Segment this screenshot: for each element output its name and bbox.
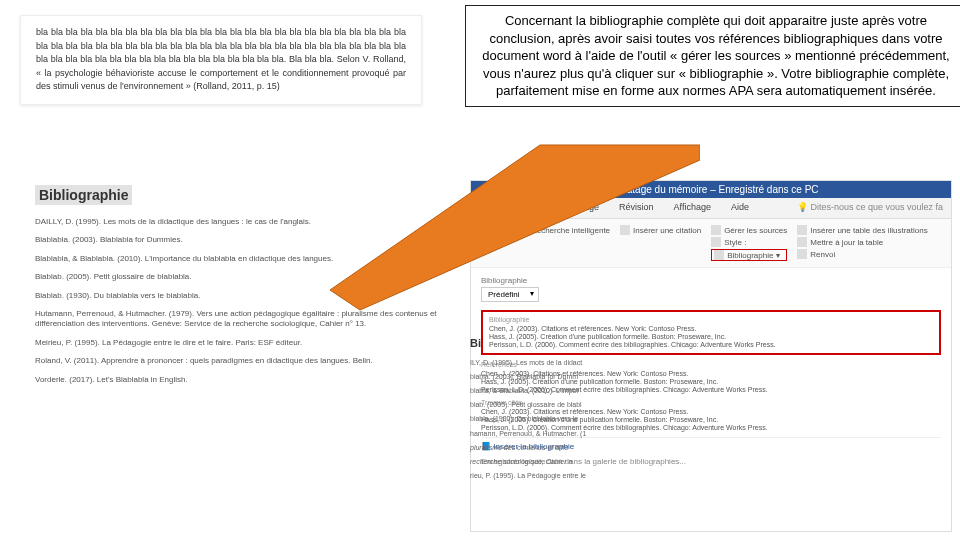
bibliography-dropdown: Bibliographie Prédéfini [481,276,941,302]
partial-entry: blabla, & Blablabla. (2010). L'impor [470,385,670,396]
callout-text: Concernant la bibliographie complète qui… [482,13,949,98]
partial-entry: ILY, D. (1995). Les mots de la didact [470,357,670,368]
sources-icon [711,225,721,235]
partial-entry: rieu, P. (1995). La Pédagogie entre le [470,470,670,481]
citation-icon [620,225,630,235]
ribbon: Recherche Recherche intelligente Insérer… [471,219,951,268]
bib-entry: DAILLY, D. (1995). Les mots de la didact… [35,217,455,227]
research-btn[interactable]: Recherche Recherche intelligente [477,225,610,235]
insert-table-illus-btn[interactable]: Insérer une table des illustrations [797,225,927,235]
style-dropdown[interactable]: Style : [711,237,787,247]
partial-entry: recherche sociologique, Cahier n [470,456,670,467]
excerpt-body: bla bla bla bla bla bla bla bla bla bla … [36,26,406,94]
word-title-bar: Formatage du mémoire – Enregistré dans c… [471,181,951,198]
partial-entry: blabla. (1930). Du blablabla vers le [470,413,670,424]
bibliography-btn[interactable]: Bibliographie ▾ [711,249,787,261]
bib-entry: Blablabla, & Blablabla. (2010). L'import… [35,254,455,264]
bib-entry: Blablab. (1930). Du blablabla vers le bl… [35,291,455,301]
tab-aide[interactable]: Aide [721,198,759,218]
update-table-btn[interactable]: Mettre à jour la table [797,237,927,247]
callout-box: Concernant la bibliographie complète qui… [465,5,960,107]
tab-publipostage[interactable]: Publipostage [537,198,609,218]
refresh-icon [797,237,807,247]
manage-sources-btn[interactable]: Gérer les sources [711,225,787,235]
bib-entry: Blablab. (2005). Petit glossaire de blab… [35,272,455,282]
link-icon [797,249,807,259]
partial-entry: hamann, Perrenoud, & Hutmacher. (1 [470,428,670,439]
bib-entry: Meirieu, P. (1995). La Pédagogie entre l… [35,338,455,348]
bib-entry: Blablabla. (2003). Blablabla for Dummies… [35,235,455,245]
predefined-label[interactable]: Prédéfini [481,287,539,302]
partial-entry: pluralisme des contenus et diffé [470,442,670,453]
ribbon-group-sources: Gérer les sources Style : Bibliographie … [711,225,787,261]
partial-entry: blabla. (2003). Blablabla for Dumm [470,371,670,382]
cross-ref-btn[interactable]: Renvoi [797,249,927,259]
tab-affichage[interactable]: Affichage [664,198,721,218]
tab-revision[interactable]: Révision [609,198,664,218]
ribbon-group-research: Recherche Recherche intelligente [477,225,610,261]
word-tabs: Références Publipostage Révision Afficha… [471,198,951,219]
insert-citation-btn[interactable]: Insérer une citation [620,225,701,235]
table-icon [797,225,807,235]
text-excerpt-card: bla bla bla bla bla bla bla bla bla bla … [20,15,422,105]
preview-entry: Chen, J. (2003). Citations et références… [489,325,933,332]
tab-references[interactable]: Références [471,198,537,218]
tell-me-search[interactable]: 💡 Dites-nous ce que vous voulez fa [789,198,951,218]
bib-entry: Hutamann, Perrenoud, & Hutmacher. (1979)… [35,309,455,330]
bib-entry: Roland, V. (2011). Apprendre à prononcer… [35,356,455,366]
partial-heading: Bi [470,335,670,353]
partial-entry: blab. (2005). Petit glossaire de blabl [470,399,670,410]
ribbon-group-illustrations: Insérer une table des illustrations Mett… [797,225,927,261]
bib-entry: Vorderle. (2017). Let's Blablabla in Eng… [35,375,455,385]
search-icon [477,225,487,235]
book-icon [714,250,724,260]
ribbon-group-citations: Insérer une citation [620,225,701,261]
bibliography-panel: Bibliographie DAILLY, D. (1995). Les mot… [20,175,470,403]
bibliography-heading: Bibliographie [35,185,132,205]
dropdown-label: Bibliographie [481,276,941,285]
preview-title: Bibliographie [489,316,933,323]
style-icon [711,237,721,247]
partial-bibliography: Bi ILY, D. (1995). Les mots de la didact… [470,335,670,484]
